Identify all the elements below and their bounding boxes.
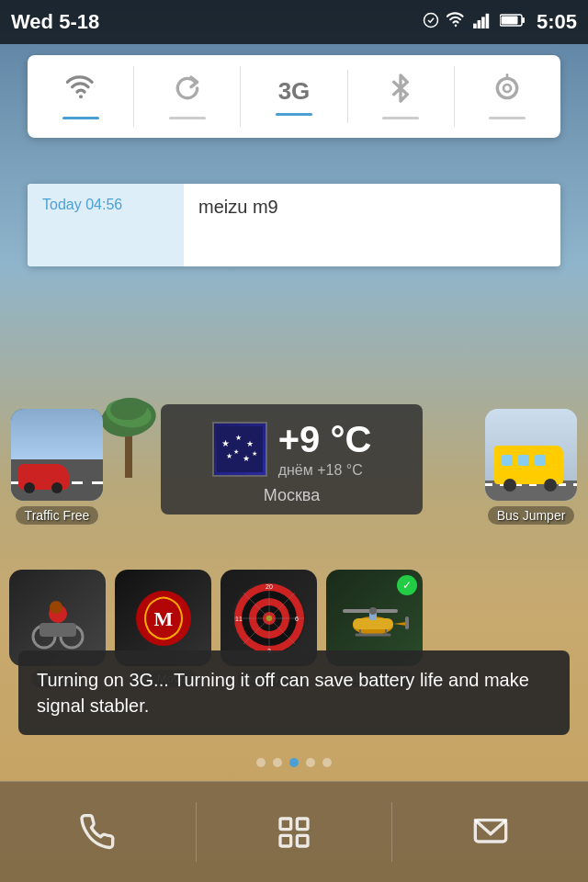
- weather-city: Москва: [264, 486, 320, 505]
- page-dot-1: [256, 758, 266, 767]
- wifi-toggle-icon: [66, 74, 96, 109]
- svg-text:M: M: [153, 607, 173, 630]
- svg-rect-4: [481, 17, 485, 28]
- svg-text:★: ★: [252, 450, 257, 457]
- wifi-icon: [447, 11, 465, 33]
- 3g-toggle-icon: 3G: [278, 77, 311, 106]
- sync-toggle-icon: [173, 74, 202, 109]
- traffic-free-app[interactable]: Traffic Free: [11, 409, 103, 525]
- svg-text:11: 11: [235, 616, 243, 622]
- toggle-sound[interactable]: [455, 66, 560, 127]
- message-icon: [472, 814, 509, 851]
- svg-text:6: 6: [295, 616, 299, 622]
- svg-text:20: 20: [266, 583, 273, 590]
- weather-feels-like: днём +18 °C: [278, 462, 372, 479]
- traffic-free-icon: [11, 409, 103, 501]
- bluetooth-toggle-bar: [382, 117, 419, 119]
- page-indicator: [256, 758, 332, 767]
- svg-text:★: ★: [235, 434, 242, 442]
- calendar-content-section: meizu m9: [184, 184, 560, 266]
- bus-jumper-label: Bus Jumper: [488, 506, 575, 525]
- weather-temperature: +9 °C: [278, 419, 372, 460]
- svg-point-1: [455, 25, 458, 28]
- svg-rect-54: [405, 616, 409, 629]
- status-icons-group: 5:05: [423, 10, 577, 34]
- quick-toggle-panel: 3G: [28, 55, 560, 138]
- palm-trees-decoration: [92, 368, 165, 481]
- page-dot-5: [322, 758, 332, 767]
- weather-temp-block: +9 °C днём +18 °C: [278, 419, 372, 479]
- calendar-time-section: Today 04:56: [28, 184, 184, 266]
- svg-text:★: ★: [233, 448, 239, 455]
- toggle-wifi[interactable]: [28, 66, 134, 127]
- sync-toggle-bar: [169, 117, 206, 119]
- bluetooth-toggle-icon: [386, 74, 415, 109]
- svg-text:★: ★: [226, 452, 232, 460]
- svg-rect-5: [486, 14, 490, 28]
- svg-rect-2: [473, 24, 477, 28]
- svg-marker-50: [393, 622, 407, 626]
- calendar-widget: Today 04:56 meizu m9: [28, 184, 560, 266]
- dock-message-button[interactable]: [392, 782, 588, 882]
- svg-point-11: [498, 78, 517, 97]
- svg-text:★: ★: [246, 439, 254, 448]
- bus-jumper-icon: [485, 409, 577, 501]
- weather-top-row: ★ ★ ★ ★ ★ ★ ★ +9 °C днём +18 °C: [174, 419, 410, 479]
- toast-notification: Turning on 3G... Turning it off can save…: [18, 650, 570, 735]
- wifi-toggle-bar: [62, 117, 99, 119]
- toggle-bluetooth[interactable]: [348, 66, 455, 127]
- svg-rect-3: [478, 20, 481, 28]
- svg-rect-58: [280, 819, 291, 830]
- svg-point-9: [79, 95, 83, 98]
- svg-rect-59: [297, 819, 308, 830]
- svg-rect-7: [501, 17, 517, 25]
- status-date-time: Wed 5-18: [11, 10, 99, 34]
- svg-rect-28: [40, 623, 76, 637]
- calendar-time: Today 04:56: [42, 197, 169, 213]
- traffic-free-label: Traffic Free: [16, 506, 99, 525]
- dock-apps-button[interactable]: [197, 782, 392, 882]
- dock-phone-button[interactable]: [0, 782, 196, 882]
- page-dot-4: [306, 758, 315, 767]
- page-dot-3: [289, 758, 299, 767]
- svg-rect-60: [280, 835, 291, 846]
- svg-text:★: ★: [221, 438, 230, 448]
- sound-toggle-bar: [489, 117, 526, 119]
- toggle-sync[interactable]: [134, 66, 241, 127]
- svg-point-0: [424, 14, 437, 28]
- calendar-title: meizu m9: [198, 197, 278, 217]
- toast-message: Turning on 3G... Turning it off can save…: [37, 670, 529, 716]
- apps-grid-icon: [276, 814, 312, 851]
- status-bar: Wed 5-18 5:05: [0, 0, 588, 44]
- svg-rect-61: [297, 835, 308, 846]
- svg-point-53: [369, 607, 377, 615]
- svg-text:★: ★: [243, 454, 250, 463]
- toggle-3g[interactable]: 3G: [241, 70, 347, 123]
- sound-toggle-icon: [492, 74, 522, 109]
- dock: [0, 781, 588, 882]
- bus-jumper-app[interactable]: Bus Jumper: [485, 409, 577, 525]
- signal-icon: [472, 12, 492, 32]
- svg-point-12: [503, 85, 511, 92]
- status-time: 5:05: [537, 10, 577, 34]
- weather-widget: ★ ★ ★ ★ ★ ★ ★ +9 °C днём +18 °C Москва: [161, 404, 423, 514]
- weather-condition-icon: ★ ★ ★ ★ ★ ★ ★: [212, 422, 267, 477]
- battery-icon: [500, 13, 526, 31]
- page-dot-2: [273, 758, 282, 767]
- check-icon: [423, 12, 439, 32]
- 3g-toggle-bar: [276, 113, 312, 116]
- phone-icon: [79, 814, 116, 851]
- svg-point-30: [50, 601, 62, 614]
- svg-rect-8: [522, 17, 525, 23]
